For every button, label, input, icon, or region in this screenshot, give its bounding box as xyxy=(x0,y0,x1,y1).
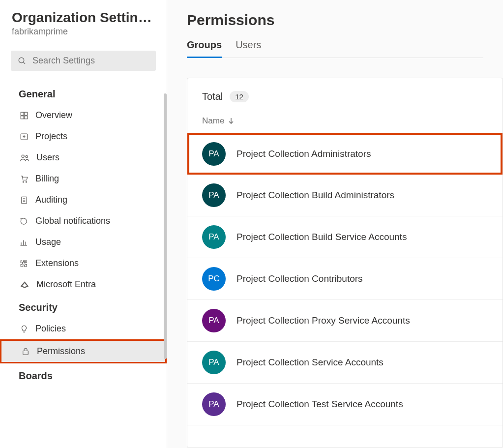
total-label: Total xyxy=(202,91,223,102)
nav-projects[interactable]: Projects xyxy=(0,126,167,147)
nav-label: Users xyxy=(36,152,59,163)
group-row[interactable]: PAProject Collection Build Administrator… xyxy=(187,175,503,216)
avatar: PC xyxy=(202,267,226,291)
group-name: Project Collection Administrators xyxy=(237,149,371,159)
svg-rect-2 xyxy=(21,112,24,115)
group-row[interactable]: PAProject Collection Proxy Service Accou… xyxy=(187,300,503,342)
nav-users[interactable]: Users xyxy=(0,147,167,168)
section-boards: Boards xyxy=(0,363,167,387)
groups-card: Total 12 Name PAProject Collection Admin… xyxy=(187,78,503,448)
page-title: Permissions xyxy=(187,12,483,29)
nav-billing[interactable]: Billing xyxy=(0,168,167,189)
puzzle-icon xyxy=(20,259,29,268)
svg-rect-4 xyxy=(21,116,24,119)
group-name: Project Collection Build Service Account… xyxy=(237,232,407,242)
column-header-name[interactable]: Name xyxy=(187,112,503,133)
nav-label: Projects xyxy=(35,131,67,142)
group-row[interactable]: PAProject Collection Service Accounts xyxy=(187,342,503,384)
nav-overview[interactable]: Overview xyxy=(0,105,167,126)
avatar: PA xyxy=(202,309,226,332)
nav-label: Auditing xyxy=(35,195,67,205)
group-name: Project Collection Contributors xyxy=(237,273,363,284)
search-input[interactable] xyxy=(32,56,149,66)
sidebar-nav: General Overview Projects Users Billing … xyxy=(0,76,167,448)
sidebar-header: Organization Settin… fabrikamprime xyxy=(0,0,167,42)
cart-icon xyxy=(20,175,29,183)
svg-point-10 xyxy=(26,181,27,182)
tab-users[interactable]: Users xyxy=(236,39,261,58)
org-name: fabrikamprime xyxy=(12,27,155,37)
svg-rect-3 xyxy=(25,112,28,115)
chat-icon xyxy=(20,217,29,226)
main-content: Permissions Groups Users Total 12 Name P… xyxy=(167,0,503,448)
total-row: Total 12 xyxy=(187,78,503,112)
nav-microsoft-entra[interactable]: Microsoft Entra xyxy=(0,274,167,295)
sidebar-scrollbar[interactable] xyxy=(164,93,167,359)
svg-rect-5 xyxy=(25,116,28,119)
nav-label: Global notifications xyxy=(35,216,110,226)
avatar: PA xyxy=(202,225,226,249)
org-settings-title: Organization Settin… xyxy=(12,10,155,26)
nav-auditing[interactable]: Auditing xyxy=(0,189,167,210)
section-security: Security xyxy=(0,295,167,318)
nav-permissions[interactable]: Permissions xyxy=(0,339,167,363)
nav-label: Permissions xyxy=(37,346,85,357)
avatar: PA xyxy=(202,142,226,166)
total-count-badge: 12 xyxy=(230,91,249,102)
sidebar: Organization Settin… fabrikamprime Gener… xyxy=(0,0,167,448)
svg-line-1 xyxy=(23,62,25,64)
search-icon xyxy=(18,57,27,65)
svg-point-0 xyxy=(19,58,24,63)
entra-icon xyxy=(20,280,30,289)
nav-usage[interactable]: Usage xyxy=(0,232,167,253)
nav-label: Microsoft Entra xyxy=(36,279,96,290)
avatar: PA xyxy=(202,183,226,207)
list-icon xyxy=(20,196,29,205)
nav-label: Billing xyxy=(35,174,59,184)
group-row[interactable]: PAProject Collection Build Service Accou… xyxy=(187,216,503,258)
group-name: Project Collection Service Accounts xyxy=(237,357,384,368)
upload-icon xyxy=(20,132,29,141)
svg-rect-19 xyxy=(23,351,29,355)
main-header: Permissions Groups Users xyxy=(167,0,503,58)
search-box[interactable] xyxy=(11,51,156,71)
bar-chart-icon xyxy=(20,238,29,247)
lock-icon xyxy=(21,347,30,356)
nav-label: Policies xyxy=(35,324,66,334)
users-icon xyxy=(20,153,30,162)
group-row[interactable]: PAProject Collection Test Service Accoun… xyxy=(187,384,503,425)
section-general: General xyxy=(0,82,167,105)
bulb-icon xyxy=(20,325,29,333)
group-row[interactable]: PCProject Collection Contributors xyxy=(187,258,503,300)
nav-label: Extensions xyxy=(35,258,79,269)
group-name: Project Collection Build Administrators xyxy=(237,190,394,201)
nav-extensions[interactable]: Extensions xyxy=(0,253,167,274)
column-label: Name xyxy=(202,116,224,126)
group-row[interactable]: PAProject Collection Administrators xyxy=(187,133,503,175)
nav-label: Usage xyxy=(35,237,61,247)
avatar: PA xyxy=(202,392,226,416)
svg-point-9 xyxy=(23,181,24,182)
group-name: Project Collection Proxy Service Account… xyxy=(237,315,410,326)
svg-point-7 xyxy=(22,155,24,157)
avatar: PA xyxy=(202,351,226,374)
nav-policies[interactable]: Policies xyxy=(0,318,167,339)
group-name: Project Collection Test Service Accounts xyxy=(237,399,403,410)
grid-icon xyxy=(20,111,29,120)
tabs: Groups Users xyxy=(187,39,483,58)
sort-arrow-down-icon xyxy=(228,118,234,124)
tab-groups[interactable]: Groups xyxy=(187,39,222,58)
svg-point-8 xyxy=(26,155,28,157)
nav-label: Overview xyxy=(35,110,72,120)
nav-global-notifications[interactable]: Global notifications xyxy=(0,210,167,232)
group-rows: PAProject Collection AdministratorsPAPro… xyxy=(187,133,503,448)
search-container xyxy=(0,42,167,76)
